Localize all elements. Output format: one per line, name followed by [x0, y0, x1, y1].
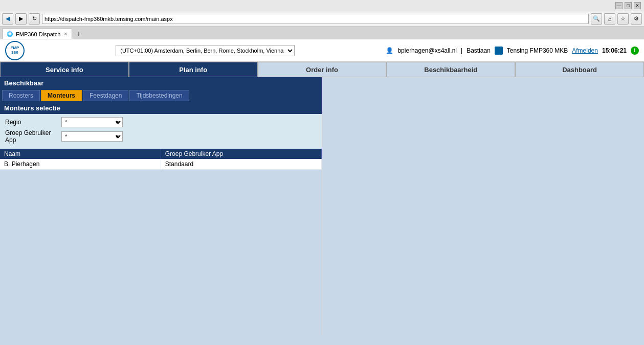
- address-bar[interactable]: [42, 14, 589, 24]
- home-icon[interactable]: ⌂: [604, 13, 615, 25]
- user-icon: 👤: [386, 47, 393, 54]
- monteurs-selectie-title: Monteurs selectie: [4, 104, 60, 112]
- subtab-feestdagen-label: Feestdagen: [90, 92, 122, 99]
- app-logo: FMP 360: [5, 41, 25, 60]
- right-panel: [322, 77, 644, 335]
- new-tab-button[interactable]: +: [73, 29, 83, 39]
- tab-dashboard-label: Dashboard: [562, 66, 597, 74]
- cell-naam: B. Pierhagen: [0, 159, 161, 170]
- regio-filter-row: Regio * ▼: [5, 117, 317, 127]
- user-separator: |: [461, 47, 462, 54]
- subtab-feestdagen[interactable]: Feestdagen: [83, 90, 128, 101]
- subtab-roosters[interactable]: Roosters: [2, 90, 40, 101]
- cell-groep: Standaard: [161, 159, 321, 170]
- user-email: bpierhagen@xs4all.nl: [397, 47, 457, 54]
- table-col-groep: Groep Gebruiker App: [161, 149, 321, 159]
- app-topbar: FMP 360 (UTC+01:00) Amsterdam, Berlin, B…: [0, 39, 644, 62]
- regio-label: Regio: [5, 119, 61, 126]
- favicon-icon: 🌐: [7, 31, 13, 37]
- subtab-monteurs[interactable]: Monteurs: [41, 90, 82, 101]
- info-status-icon: i: [631, 47, 639, 55]
- user-name: Bastiaan: [467, 47, 491, 54]
- tab-service-info-label: Service info: [46, 66, 83, 74]
- filter-area: Regio * ▼ Groep Gebruiker App * ▼: [0, 114, 322, 149]
- minimize-button[interactable]: —: [615, 2, 623, 9]
- tab-service-info[interactable]: Service info: [0, 62, 129, 77]
- company-name: Tensing FMP360 MKB: [507, 47, 568, 54]
- monteurs-table: Naam Groep Gebruiker App B. PierhagenSta…: [0, 149, 322, 170]
- navigation-bar: ◀ ▶ ↻ 🔍 ⌂ ☆ ⚙: [0, 11, 644, 27]
- browser-tab-label: FMP360 Dispatch: [16, 31, 60, 37]
- close-window-button[interactable]: ✕: [634, 2, 641, 9]
- subtab-roosters-label: Roosters: [9, 92, 33, 99]
- tab-order-info-label: Order info: [306, 66, 338, 74]
- table-row[interactable]: B. PierhagenStandaard: [0, 159, 322, 170]
- browser-tab-bar: 🌐 FMP360 Dispatch ✕ +: [0, 27, 644, 39]
- title-bar: — □ ✕: [0, 0, 644, 11]
- groep-filter-row: Groep Gebruiker App * ▼: [5, 129, 317, 144]
- back-button[interactable]: ◀: [2, 13, 13, 25]
- time-display: 15:06:21: [602, 47, 627, 54]
- tab-plan-info-label: Plan info: [179, 66, 207, 74]
- tab-plan-info[interactable]: Plan info: [129, 62, 258, 77]
- maximize-button[interactable]: □: [625, 2, 632, 9]
- left-panel: Beschikbaar Roosters Monteurs Feestdagen…: [0, 77, 322, 335]
- forward-button[interactable]: ▶: [15, 13, 27, 25]
- tab-dashboard[interactable]: Dashboard: [515, 62, 644, 77]
- tab-order-info[interactable]: Order info: [258, 62, 387, 77]
- browser-tab-fmp360[interactable]: 🌐 FMP360 Dispatch ✕: [2, 29, 72, 39]
- logo-icon: FMP 360: [5, 41, 25, 60]
- subtab-monteurs-label: Monteurs: [48, 92, 75, 99]
- timezone-select[interactable]: (UTC+01:00) Amsterdam, Berlin, Bern, Rom…: [116, 45, 295, 56]
- company-logo-icon: [495, 47, 503, 55]
- beschikbaar-title: Beschikbaar: [4, 79, 43, 87]
- content-area: Beschikbaar Roosters Monteurs Feestdagen…: [0, 77, 644, 335]
- settings-icon[interactable]: ⚙: [631, 13, 642, 25]
- groep-select[interactable]: *: [61, 131, 123, 142]
- tab-beschikbaarheid[interactable]: Beschikbaarheid: [386, 62, 515, 77]
- monteurs-selectie-header: Monteurs selectie: [0, 102, 322, 114]
- beschikbaar-section-header: Beschikbaar: [0, 77, 322, 89]
- table-col-naam: Naam: [0, 149, 161, 159]
- subtab-tijdsbestedingen-label: Tijdsbestedingen: [136, 92, 182, 99]
- logout-link[interactable]: Afmelden: [572, 47, 598, 54]
- regio-select[interactable]: *: [61, 117, 123, 127]
- search-icon[interactable]: 🔍: [591, 13, 602, 25]
- tab-beschikbaarheid-label: Beschikbaarheid: [424, 66, 477, 74]
- groep-label: Groep Gebruiker App: [5, 129, 61, 144]
- beschikbaar-sub-tabs: Roosters Monteurs Feestdagen Tijdsbested…: [0, 89, 322, 102]
- main-nav-tabs: Service info Plan info Order info Beschi…: [0, 62, 644, 77]
- subtab-tijdsbestedingen[interactable]: Tijdsbestedingen: [129, 90, 189, 101]
- bookmark-star-icon[interactable]: ☆: [617, 13, 629, 25]
- user-info-bar: 👤 bpierhagen@xs4all.nl | Bastiaan Tensin…: [386, 47, 639, 55]
- tab-close-icon[interactable]: ✕: [63, 31, 68, 37]
- refresh-button[interactable]: ↻: [29, 13, 40, 25]
